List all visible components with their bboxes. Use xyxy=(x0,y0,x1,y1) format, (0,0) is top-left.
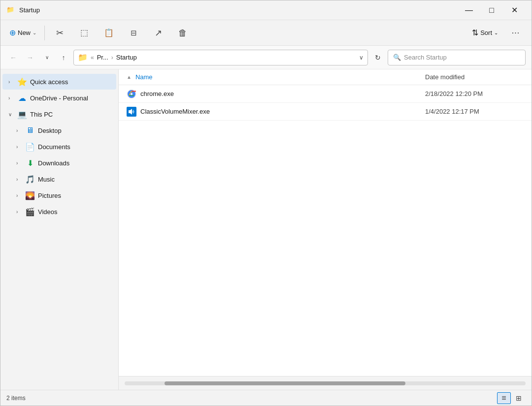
sort-button[interactable]: ⇅ Sort ⌄ xyxy=(467,23,503,43)
pictures-icon: 🌄 xyxy=(25,191,35,200)
search-placeholder: Search Startup xyxy=(404,54,447,61)
sidebar-item-desktop[interactable]: › 🖥 Desktop xyxy=(2,123,116,138)
column-date-header[interactable]: Date modified xyxy=(425,73,524,81)
documents-icon: 📄 xyxy=(25,142,35,152)
file-icon-area: ClassicVolumeMixer.exe xyxy=(127,107,425,117)
view-list-button[interactable]: ≡ xyxy=(497,392,511,404)
forward-button[interactable]: → xyxy=(23,51,37,64)
share-button[interactable]: ↗ xyxy=(146,23,170,43)
table-row[interactable]: ClassicVolumeMixer.exe 1/4/2022 12:17 PM xyxy=(119,103,532,121)
cut-button[interactable]: ✂ xyxy=(48,23,71,43)
close-button[interactable]: ✕ xyxy=(503,2,526,18)
address-folder-icon: 📁 xyxy=(78,53,88,62)
sidebar-item-desktop-label: Desktop xyxy=(38,127,62,134)
search-box[interactable]: 🔍 Search Startup xyxy=(388,50,526,65)
quick-access-chevron-icon: › xyxy=(8,79,14,85)
file-explorer-window: 📁 Startup — □ ✕ ⊕ New ⌄ ✂ ⬚ 📋 ⊟ ↗ xyxy=(0,0,532,406)
title-bar: 📁 Startup — □ ✕ xyxy=(0,0,532,20)
bottom-scrollbar-bar xyxy=(119,376,532,390)
address-chevron-icon: ∨ xyxy=(359,54,364,61)
new-chevron-icon: ⌄ xyxy=(33,30,36,35)
volume-file-icon xyxy=(127,107,136,117)
desktop-chevron-icon: › xyxy=(16,128,22,133)
sidebar-item-onedrive[interactable]: › ☁ OneDrive - Personal xyxy=(2,90,116,106)
minimize-button[interactable]: — xyxy=(458,2,480,18)
address-separator-1: « xyxy=(91,54,94,61)
column-header: ▲ Name Date modified xyxy=(119,69,532,85)
forward-icon: → xyxy=(27,54,33,62)
status-item-count: 2 items xyxy=(6,395,26,402)
cut-icon: ✂ xyxy=(56,29,64,37)
more-options-button[interactable]: ··· xyxy=(504,23,528,43)
main-content: › ⭐ Quick access › ☁ OneDrive - Personal… xyxy=(0,69,532,390)
view-list-icon: ≡ xyxy=(501,394,506,403)
back-icon: ← xyxy=(10,54,17,62)
volume-file-name: ClassicVolumeMixer.exe xyxy=(140,108,210,115)
sidebar-item-this-pc[interactable]: ∨ 💻 This PC xyxy=(2,106,116,122)
sidebar-item-pictures[interactable]: › 🌄 Pictures xyxy=(2,187,116,203)
search-icon: 🔍 xyxy=(393,54,401,61)
rename-button[interactable]: ⊟ xyxy=(122,23,145,43)
share-icon: ↗ xyxy=(155,29,162,37)
column-name-header[interactable]: Name xyxy=(135,73,425,81)
new-button[interactable]: ⊕ New ⌄ xyxy=(4,23,41,43)
up-button[interactable]: ↑ xyxy=(57,51,70,64)
volume-svg xyxy=(128,108,135,115)
paste-button[interactable]: 📋 xyxy=(97,23,121,43)
address-path-current: Startup xyxy=(116,54,137,61)
table-row[interactable]: chrome.exe 2/18/2022 12:20 PM xyxy=(119,85,532,103)
svg-marker-5 xyxy=(130,109,132,115)
chrome-file-date: 2/18/2022 12:20 PM xyxy=(425,90,524,97)
volume-file-date: 1/4/2022 12:17 PM xyxy=(425,108,524,115)
up-icon: ↑ xyxy=(62,54,66,62)
address-bar-area: ← → ∨ ↑ 📁 « Pr... › Startup ∨ ↻ 🔍 Search… xyxy=(0,46,532,69)
sidebar-item-quick-access-label: Quick access xyxy=(30,78,68,86)
file-icon-area: chrome.exe xyxy=(127,89,425,99)
copy-button[interactable]: ⬚ xyxy=(72,23,96,43)
delete-button[interactable]: 🗑 xyxy=(171,23,195,43)
toolbar: ⊕ New ⌄ ✂ ⬚ 📋 ⊟ ↗ 🗑 ⇅ Sort ⌄ xyxy=(0,20,532,46)
pictures-chevron-icon: › xyxy=(16,193,22,198)
address-arrow-icon: › xyxy=(111,54,113,61)
horizontal-scrollbar[interactable] xyxy=(125,381,526,385)
this-pc-icon: 💻 xyxy=(17,110,27,119)
sidebar-item-music[interactable]: › 🎵 Music xyxy=(2,171,116,187)
sidebar-item-onedrive-label: OneDrive - Personal xyxy=(30,94,88,102)
address-path-prefix: Pr... xyxy=(97,54,108,61)
desktop-icon: 🖥 xyxy=(25,126,35,135)
sidebar: › ⭐ Quick access › ☁ OneDrive - Personal… xyxy=(0,69,119,390)
quick-access-icon: ⭐ xyxy=(17,77,27,87)
sidebar-item-quick-access[interactable]: › ⭐ Quick access xyxy=(2,74,116,90)
downloads-chevron-icon: › xyxy=(16,160,22,166)
documents-chevron-icon: › xyxy=(16,144,22,150)
new-button-label: New xyxy=(18,29,31,36)
music-icon: 🎵 xyxy=(25,175,35,184)
maximize-button[interactable]: □ xyxy=(480,2,503,18)
sort-up-icon: ▲ xyxy=(127,74,132,80)
paste-icon: 📋 xyxy=(104,29,114,37)
status-bar: 2 items ≡ ⊞ xyxy=(0,390,532,406)
sidebar-item-music-label: Music xyxy=(38,176,55,183)
delete-icon: 🗑 xyxy=(178,29,187,37)
new-plus-icon: ⊕ xyxy=(9,29,16,37)
rename-icon: ⊟ xyxy=(131,29,137,36)
downloads-icon: ⬇ xyxy=(25,158,35,168)
view-tiles-button[interactable]: ⊞ xyxy=(512,392,526,404)
title-bar-controls: — □ ✕ xyxy=(458,2,526,18)
view-tiles-icon: ⊞ xyxy=(516,394,522,402)
sidebar-item-documents-label: Documents xyxy=(38,143,70,151)
chrome-file-name: chrome.exe xyxy=(140,90,174,97)
sidebar-item-downloads[interactable]: › ⬇ Downloads xyxy=(2,155,116,171)
onedrive-chevron-icon: › xyxy=(8,95,14,101)
sidebar-item-videos[interactable]: › 🎬 Videos xyxy=(2,204,116,219)
recent-icon: ∨ xyxy=(45,55,49,60)
address-bar[interactable]: 📁 « Pr... › Startup ∨ xyxy=(73,50,368,65)
back-button[interactable]: ← xyxy=(6,51,20,64)
recent-locations-button[interactable]: ∨ xyxy=(40,51,54,64)
sidebar-item-this-pc-label: This PC xyxy=(30,111,53,118)
svg-point-3 xyxy=(131,93,133,95)
sidebar-item-documents[interactable]: › 📄 Documents xyxy=(2,139,116,155)
sort-label: Sort xyxy=(480,29,492,36)
refresh-button[interactable]: ↻ xyxy=(371,51,385,64)
copy-icon: ⬚ xyxy=(80,29,88,37)
